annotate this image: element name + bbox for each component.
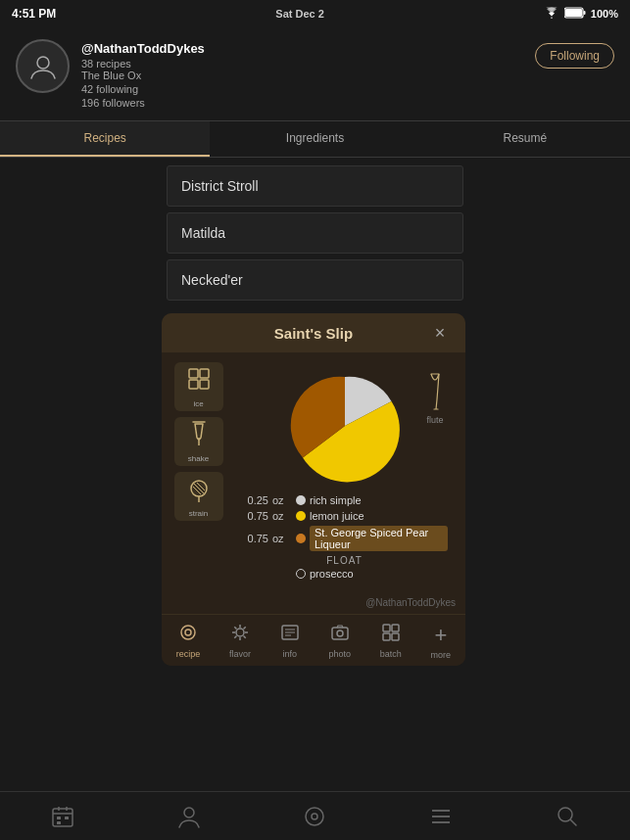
recipe-item-1[interactable]: District Stroll [167,165,463,207]
toolbar-photo[interactable]: photo [323,621,358,662]
svg-rect-7 [200,380,209,389]
nav-calendar[interactable] [38,797,87,836]
recipe-item-2[interactable]: Matilda [167,212,463,254]
svg-point-15 [185,630,191,635]
status-time: 4:51 PM [12,7,56,21]
ingredient-row-3: 0.75 oz St. George Spiced Pear Liqueur [241,526,448,551]
toolbar-info[interactable]: info [274,621,306,662]
strain-icon-box: strain [174,472,223,521]
svg-point-16 [236,629,244,636]
svg-rect-32 [392,625,399,631]
profile-username: @NathanToddDykes [81,41,205,56]
nav-list[interactable] [416,797,465,836]
watermark: @NathanToddDykes [162,593,465,614]
svg-rect-35 [53,809,73,826]
modal-title: Saint's Slip [197,325,430,342]
svg-rect-5 [200,369,209,378]
svg-line-49 [570,819,576,825]
info-toolbar-icon [280,623,300,647]
followers-count: 196 followers [81,97,205,109]
recipes-count: 38 recipes [81,58,205,70]
profile-section: @NathanToddDykes 38 recipes The Blue Ox … [0,27,630,120]
svg-rect-6 [189,380,198,389]
shake-icon-box: shake [174,417,223,466]
tab-recipes[interactable]: Recipes [0,121,210,157]
ing-dot-float [296,569,306,579]
svg-point-30 [337,630,343,636]
svg-line-11 [193,487,201,494]
ice-icon-box: ice [174,362,223,411]
recipe-toolbar-icon [178,623,198,647]
toolbar-recipe[interactable]: recipe [170,621,207,662]
ing-name-1: rich simple [310,494,362,506]
toolbar-batch[interactable]: batch [374,621,408,662]
photo-toolbar-label: photo [329,649,352,659]
strain-icon [185,475,213,507]
nav-discover[interactable] [290,797,339,836]
following-count: 42 following [81,83,205,95]
more-toolbar-icon: + [434,623,447,648]
svg-rect-2 [565,9,582,17]
svg-line-21 [234,627,236,629]
ing-dot-3 [296,534,306,543]
close-icon[interactable]: × [430,323,450,343]
svg-rect-1 [583,11,585,15]
modal-icons: ice shake [171,362,225,583]
ice-label: ice [193,399,203,408]
follow-button[interactable]: Following [535,43,614,69]
ice-icon [185,365,213,397]
nav-profile[interactable] [165,797,214,836]
photo-toolbar-icon [330,623,350,647]
modal-body: ice shake [162,352,465,593]
battery-icon [564,7,586,21]
ing-name-3: St. George Spiced Pear Liqueur [310,526,448,551]
svg-point-44 [312,814,317,819]
svg-rect-40 [65,817,69,819]
recipe-list: District Stroll Matilda Necked'er [0,158,630,314]
svg-rect-4 [189,369,198,378]
toolbar-flavor[interactable]: flavor [223,621,257,662]
bottom-toolbar: recipe flavor [162,614,465,666]
ingredient-row-1: 0.25 oz rich simple [241,494,448,506]
app-nav [0,791,630,840]
shake-label: shake [188,454,209,463]
flute-area: flute [424,372,446,425]
ing-unit-1: oz [272,494,292,506]
modal-header: Saint's Slip × [162,313,465,352]
batch-toolbar-label: batch [380,649,402,659]
ingredient-row-float: prosecco [241,568,448,580]
svg-point-3 [37,57,49,69]
flavor-toolbar-label: flavor [229,649,251,659]
flute-label: flute [426,415,443,425]
ing-unit-3: oz [272,533,292,544]
ingredient-row-2: 0.75 oz lemon juice [241,510,448,522]
svg-line-12 [197,483,205,490]
svg-rect-29 [332,628,348,639]
nav-search[interactable] [543,797,592,836]
ing-name-float: prosecco [310,568,354,580]
profile-left: @NathanToddDykes 38 recipes The Blue Ox … [16,39,205,109]
ing-amount-1: 0.25 [241,494,268,506]
toolbar-more[interactable]: + more [425,621,458,662]
ing-dot-1 [296,495,306,505]
strain-label: strain [189,509,209,518]
svg-rect-33 [383,633,390,640]
float-label: FLOAT [241,555,448,566]
svg-rect-41 [57,821,61,824]
flavor-toolbar-icon [230,623,250,647]
svg-point-14 [181,626,195,639]
tab-ingredients[interactable]: Ingredients [210,121,419,157]
svg-point-48 [558,808,572,821]
ing-amount-3: 0.75 [241,533,268,544]
status-right: 100% [544,7,618,21]
recipe-toolbar-label: recipe [176,649,201,659]
recipe-item-3[interactable]: Necked'er [167,259,463,301]
svg-line-24 [234,636,236,638]
profile-bar: The Blue Ox [81,70,205,81]
svg-point-43 [306,808,323,825]
modal-right: flute [233,362,456,583]
tab-resume[interactable]: Resumé [420,121,630,157]
ing-dot-2 [296,511,306,521]
svg-line-22 [244,636,246,638]
svg-rect-34 [392,633,399,640]
